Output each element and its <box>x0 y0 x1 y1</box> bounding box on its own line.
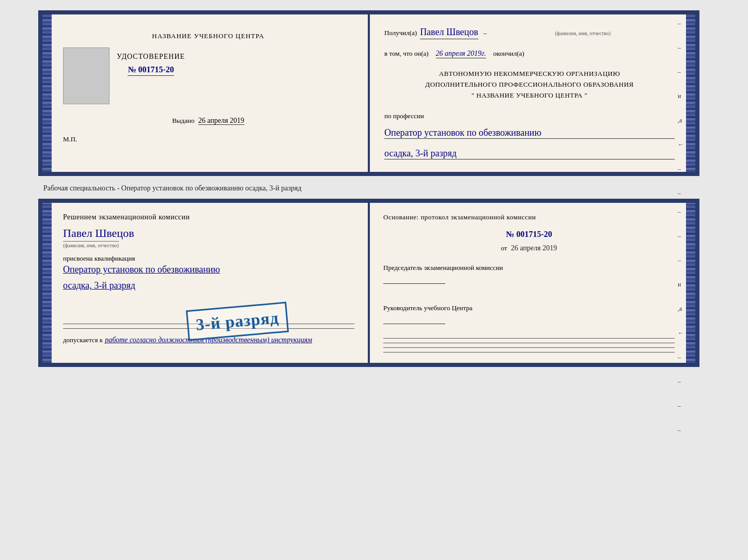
document-wrapper: НАЗВАНИЕ УЧЕБНОГО ЦЕНТРА УДОСТОВЕРЕНИЕ №… <box>38 10 710 367</box>
predsedatel-block: Председатель экзаменационной комиссии <box>383 263 675 287</box>
cert-content-row: УДОСТОВЕРЕНИЕ № 001715-20 <box>63 47 353 104</box>
vydano-label: Выдано <box>172 117 194 124</box>
okonchil-label: окончил(а) <box>493 50 524 58</box>
qual-right-dashes: – – – и ,а ← – – – – <box>678 208 684 434</box>
ot-line: от 26 апреля 2019 <box>383 244 675 252</box>
qual-razryad-text: осадка, 3-й разряд <box>63 279 354 293</box>
dash-symbol: – <box>484 29 487 37</box>
razryad-text: осадка, 3-й разряд <box>384 148 675 159</box>
qual-right-stripe <box>686 203 695 362</box>
vydano-line: Выдано 26 апреля 2019 <box>172 117 244 125</box>
ot-date: 26 апреля 2019 <box>511 244 557 252</box>
vtom-label: в том, что он(а) <box>384 50 429 58</box>
org-line1: АВТОНОМНУЮ НЕКОММЕРЧЕСКУЮ ОРГАНИЗАЦИЮ <box>384 69 675 79</box>
udost-number: № 001715-20 <box>128 65 174 76</box>
org-line2: ДОПОЛНИТЕЛЬНОГО ПРОФЕССИОНАЛЬНОГО ОБРАЗО… <box>384 79 675 90</box>
stamp-overlay: 3-й разряд <box>186 302 289 341</box>
specialty-note: Рабочая специальность - Оператор установ… <box>43 184 302 193</box>
qual-line-2 <box>383 343 675 343</box>
udost-block: УДОСТОВЕРЕНИЕ № 001715-20 <box>117 53 185 76</box>
qual-person-block: Павел Швецов (фамилия, имя, отчество) <box>63 227 354 249</box>
predsedatel-sig-line <box>383 277 675 287</box>
poluchil-label: Получил(а) <box>384 29 417 37</box>
qual-line-4 <box>383 352 675 353</box>
predsedatel-signature <box>383 283 445 284</box>
org-block: АВТОНОМНУЮ НЕКОММЕРЧЕСКУЮ ОРГАНИЗАЦИЮ ДО… <box>384 69 675 101</box>
profession-text: Оператор установок по обезвоживанию <box>384 127 675 139</box>
qual-left-page: Решением экзаменационной комиссии Павел … <box>42 203 369 362</box>
photo-placeholder <box>63 47 110 104</box>
resheniyem-title: Решением экзаменационной комиссии <box>63 213 354 221</box>
qual-profession-text: Оператор установок по обезвоживанию <box>63 263 354 277</box>
qual-fio-sublabel: (фамилия, имя, отчество) <box>63 241 119 248</box>
cert-school-title: НАЗВАНИЕ УЧЕБНОГО ЦЕНТРА <box>152 32 264 40</box>
cert-right-page: – – – и ,а ← – – – – Получил(а) Павел Шв… <box>370 14 695 172</box>
po-professii-label: по профессии <box>384 112 675 120</box>
ot-label: от <box>501 244 507 252</box>
fio-sublabel: (фамилия, имя, отчество) <box>555 30 611 36</box>
vtom-line: в том, что он(а) 26 апреля 2019г. окончи… <box>384 50 675 58</box>
dopuskaetsya-label: допускается к <box>63 336 103 344</box>
poluchil-line: Получил(а) Павел Швецов – (фамилия, имя,… <box>384 27 675 39</box>
rukovoditel-title: Руководитель учебного Центра <box>383 303 675 314</box>
qualification-book: Решением экзаменационной комиссии Павел … <box>38 199 699 366</box>
rukovoditel-sig-line <box>383 317 675 328</box>
right-stripe <box>686 14 695 172</box>
qual-right-lines <box>383 338 675 353</box>
protocol-number: № 001715-20 <box>383 230 675 239</box>
mp-line: М.П. <box>63 135 77 143</box>
cert-left-page: НАЗВАНИЕ УЧЕБНОГО ЦЕНТРА УДОСТОВЕРЕНИЕ №… <box>42 14 370 172</box>
qual-line-1 <box>383 338 675 339</box>
qual-line-3 <box>383 347 675 348</box>
stamp-text: 3-й разряд <box>195 308 280 334</box>
rukovoditel-signature <box>383 324 445 324</box>
org-line3: " НАЗВАНИЕ УЧЕБНОГО ЦЕНТРА " <box>384 90 675 101</box>
completion-date: 26 апреля 2019г. <box>436 50 486 58</box>
vydano-date: 26 апреля 2019 <box>198 117 244 125</box>
udost-title: УДОСТОВЕРЕНИЕ <box>117 53 185 61</box>
recipient-name: Павел Швецов <box>420 27 478 39</box>
osnovaniye-title: Основание: протокол экзаменационной коми… <box>383 213 675 221</box>
prisvoyena-label: присвоена квалификация <box>63 254 354 263</box>
predsedatel-title: Председатель экзаменационной комиссии <box>383 263 675 274</box>
qual-right-page: – – – и ,а ← – – – – Основание: протокол… <box>369 203 695 362</box>
rukovoditel-block: Руководитель учебного Центра <box>383 303 675 328</box>
certificate-book: НАЗВАНИЕ УЧЕБНОГО ЦЕНТРА УДОСТОВЕРЕНИЕ №… <box>38 10 699 176</box>
qual-person-name: Павел Швецов <box>63 227 354 240</box>
